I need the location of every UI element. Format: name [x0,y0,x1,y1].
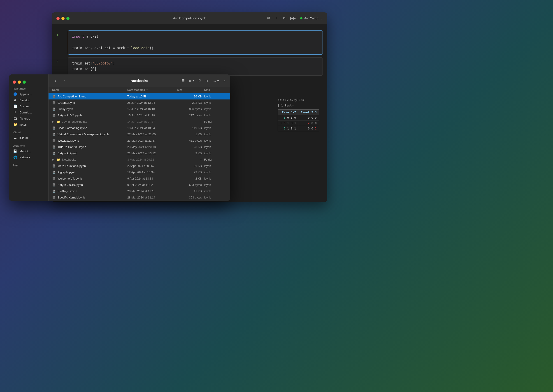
file-date: 23 May 2024 at 20:18 [127,145,177,149]
sidebar-item-label: Applica… [19,92,32,96]
sidebar-item-label: Pictures [19,117,30,120]
file-row[interactable]: 📓SPARQL.ipynb28 Mar 2024 at 17:1611 KBip… [49,188,230,194]
file-row[interactable]: 📓Welcome V4.ipynb9 Apr 2024 at 13:132 KB… [49,175,230,182]
kernel-indicator[interactable]: Arc Comp ⌄ [300,16,323,20]
file-date: 17 Jun 2024 at 16:10 [127,107,177,111]
file-size: 1 KB [177,133,204,136]
cell-content-1[interactable]: import arckit train_set, eval_set = arck… [68,30,323,55]
notebook-icon: 📓 [52,139,56,142]
file-date: 23 May 2024 at 21:37 [127,139,177,142]
file-kind: ipynb [204,152,227,155]
file-kind: ipynb [204,177,227,180]
notebook-icon: 📓 [52,170,56,174]
file-name-cell: 📓Code Formatting.ipynb [52,126,127,130]
file-date: 13 Jun 2024 at 18:34 [127,126,177,130]
file-row[interactable]: 📓Specific Kernel.ipynb28 Mar 2024 at 11:… [49,194,230,201]
applications-icon: 🔵 [13,92,17,96]
file-name: Satyrn AI V2.ipynb [57,114,82,117]
file-name-cell: 📓Specific Kernel.ipynb [52,196,127,199]
jupyter-file-title: Arc Competition.ipynb [173,16,206,20]
finder-close-btn[interactable] [13,81,16,84]
file-size: 23 KB [177,170,204,174]
code-cell-1[interactable]: 1 import arckit train_set, eval_set = ar… [52,30,327,55]
sidebar-item-documents[interactable]: 📄 Docum… [10,103,47,109]
file-name: Satyrn AI.ipynb [57,152,77,155]
file-kind: ipynb [204,95,227,98]
forward-button[interactable]: › [61,77,67,84]
file-row[interactable]: 📓Satyrn AI V2.ipynb15 Jun 2024 at 11:292… [49,112,230,119]
sidebar-item-macintosh[interactable]: 💾 Macint… [10,148,47,154]
sidebar-section-favourites: Favourites [9,85,48,91]
pause-icon[interactable]: ⏸ [275,16,278,20]
file-name: TrueUp Hot 200.ipynb [57,145,86,149]
search-button[interactable]: ⌕ [223,78,227,84]
file-name-cell: 📓TrueUp Hot 200.ipynb [52,145,127,149]
sidebar-item-applications[interactable]: 🔵 Applica… [10,91,47,97]
file-row[interactable]: 📓Math Equations.ipynb29 Apr 2024 at 09:5… [49,163,230,169]
file-name: SPARQL.ipynb [57,189,77,193]
folder-chevron-icon: ▶ [52,158,54,161]
sidebar-item-icloud[interactable]: ☁ iCloud… [10,135,47,141]
sidebar-item-network[interactable]: 🌐 Network [10,154,47,160]
notebook-icon: 📓 [52,152,56,155]
file-row[interactable]: ▶📁.ipynb_checkpoints14 Jun 2024 at 07:37… [49,119,230,125]
close-button[interactable] [57,17,60,20]
sidebar-item-label: Docum… [19,105,32,108]
refresh-icon[interactable]: ↺ [283,16,286,20]
col-header-name[interactable]: Name [52,88,127,91]
file-row[interactable]: 📓Wowfactor.ipynb23 May 2024 at 21:37431 … [49,137,230,144]
minimize-button[interactable] [61,17,64,20]
file-row[interactable]: 📓Satyrn 0.0.19.ipynb9 Apr 2024 at 11:226… [49,182,230,188]
file-size: -- [177,158,204,161]
col-header-date[interactable]: Date Modified ▼ [127,88,177,91]
folder-chevron-icon: ▶ [52,120,54,123]
sidebar-item-pictures[interactable]: 🖼 Pictures [10,115,47,121]
back-button[interactable]: ‹ [52,77,58,84]
file-row[interactable]: ▶📁Notebooks3 May 2024 at 09:52--Folder [49,156,230,163]
code-line-4: train_set[0] [72,66,319,72]
code-cell-2[interactable]: 2 train_set['007bbfb7'] train_set[0] [52,57,327,76]
file-row[interactable]: 📓A graph.ipynb12 Apr 2024 at 13:3423 KBi… [49,169,230,175]
share-button[interactable]: ⎙ [198,78,202,84]
file-size: 866 bytes [177,107,204,111]
file-row[interactable]: 📓Satyrn AI.ipynb21 May 2024 at 13:123 KB… [49,150,230,156]
file-row[interactable]: 📓Clicky.ipynb17 Jun 2024 at 16:10866 byt… [49,106,230,112]
tag-button[interactable]: ◇ [205,77,209,84]
table-header-cin: C-in 3x7 [278,110,298,115]
file-kind: ipynb [204,189,227,193]
file-row[interactable]: 📓Graphs.ipynb25 Jun 2024 at 13:04282 KBi… [49,99,230,106]
jupyter-toolbar: ⌘ ⏸ ↺ ▶▶ Arc Comp ⌄ [267,16,323,20]
run-icon[interactable]: ▶▶ [290,16,296,20]
file-date: 28 Mar 2024 at 11:14 [127,196,177,199]
file-size: 23 KB [177,145,204,149]
file-name-cell: 📓Satyrn AI.ipynb [52,152,127,155]
file-row[interactable]: 📓Virtual Environment Management.ipynb27 … [49,131,230,137]
sidebar-section-tags: Tags [9,162,48,167]
grid-view-button[interactable]: ⊞ ▾ [188,78,195,83]
sidebar-item-downloads[interactable]: ⬇ Downlo… [10,109,47,115]
file-row[interactable]: 📓Arc Competition.ipynbToday at 10:5826 K… [49,93,230,99]
cell-content-2[interactable]: train_set['007bbfb7'] train_set[0] [68,57,323,76]
more-button[interactable]: … ▾ [212,77,220,84]
jupyter-notebook-content: 1 import arckit train_set, eval_set = ar… [52,24,327,82]
file-name: Specific Kernel.ipynb [57,196,85,199]
file-name: Graphs.ipynb [57,101,75,105]
finder-main: ‹ › Notebooks ☰ ⊞ ▾ ⎙ ◇ … ▾ ⌕ Name Date … [49,74,230,201]
table-row: 5 0 0 0 0 0 0 [278,115,319,120]
finder-fullscreen-btn[interactable] [22,81,26,84]
list-view-button[interactable]: ☰ [181,77,185,84]
file-size: 36 KB [177,164,204,168]
file-row[interactable]: 📓TrueUp Hot 200.ipynb23 May 2024 at 20:1… [49,144,230,150]
fullscreen-button[interactable] [66,17,70,20]
kernel-chevron: ⌄ [320,16,323,20]
file-size: 11 KB [177,189,204,193]
file-row[interactable]: 📓Code Formatting.ipynb13 Jun 2024 at 18:… [49,125,230,131]
finder-minimize-btn[interactable] [18,81,21,84]
file-date: 3 May 2024 at 09:52 [127,158,177,161]
col-header-kind[interactable]: Kind [204,88,227,91]
file-row[interactable]: 📓SerpGPT.ipynb23 Mar 2024 at 09:032 KBip… [49,201,230,201]
notebook-icon: 📓 [52,101,56,105]
sidebar-item-notes[interactable]: 📁 notes [10,122,47,127]
col-header-size[interactable]: Size [177,88,204,91]
sidebar-item-desktop[interactable]: 🖥 Desktop [10,97,47,103]
